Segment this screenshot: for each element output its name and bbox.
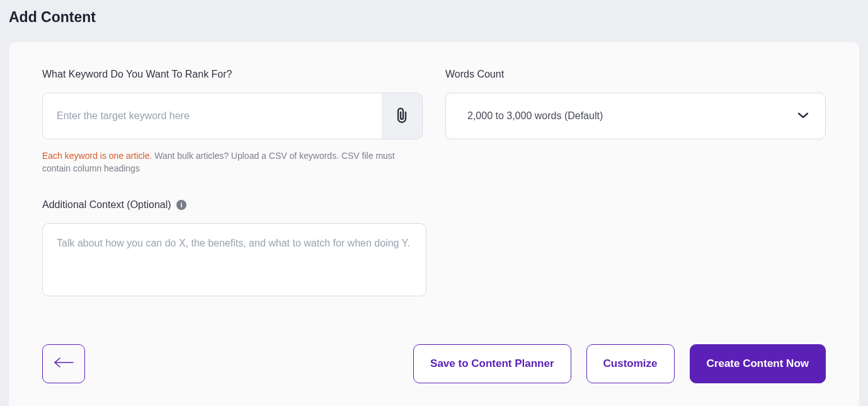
keyword-label: What Keyword Do You Want To Rank For?	[42, 69, 423, 80]
arrow-left-icon	[53, 357, 74, 370]
words-count-select[interactable]: 2,000 to 3,000 words (Default)	[445, 93, 826, 139]
words-count-value: 2,000 to 3,000 words (Default)	[467, 110, 603, 122]
keyword-help-text: Each keyword is one article. Want bulk a…	[42, 149, 420, 175]
context-label: Additional Context (Optional) i	[42, 199, 423, 211]
attach-button[interactable]	[382, 93, 422, 139]
keyword-help-accent: Each keyword is one article.	[42, 151, 152, 161]
back-button[interactable]	[42, 344, 85, 383]
words-count-label: Words Count	[445, 69, 826, 80]
context-textarea[interactable]	[42, 223, 426, 296]
keyword-input[interactable]	[43, 93, 382, 139]
form-card: What Keyword Do You Want To Rank For? Ea…	[9, 42, 859, 406]
chevron-down-icon	[797, 110, 809, 122]
info-icon[interactable]: i	[176, 200, 186, 210]
customize-button[interactable]: Customize	[586, 344, 675, 383]
create-content-button[interactable]: Create Content Now	[690, 344, 826, 383]
keyword-input-group	[42, 93, 423, 139]
save-to-planner-button[interactable]: Save to Content Planner	[413, 344, 571, 383]
paperclip-icon	[394, 106, 409, 127]
page-title: Add Content	[9, 9, 859, 26]
